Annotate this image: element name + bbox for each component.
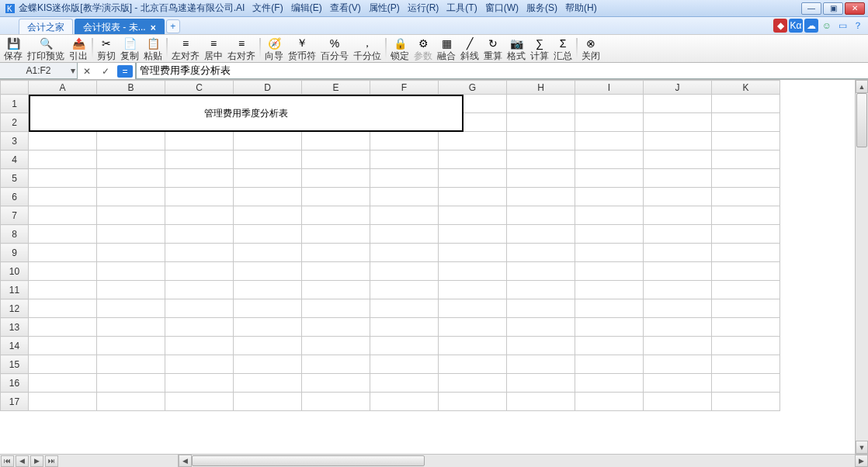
sheet-nav-first-icon[interactable]: ⏮	[1, 455, 14, 467]
cell-H12[interactable]	[507, 299, 575, 318]
cell-A9[interactable]	[29, 244, 97, 262]
cell-G9[interactable]	[439, 244, 507, 262]
close-button[interactable]: ✕	[845, 2, 865, 15]
cell-D12[interactable]	[234, 299, 302, 318]
cell-I11[interactable]	[575, 281, 644, 299]
toolbar-汇总-button[interactable]: Σ汇总	[551, 35, 575, 62]
row-header-13[interactable]: 13	[1, 318, 29, 337]
toolbar-融合-button[interactable]: ▦融合	[435, 35, 458, 62]
cell-J12[interactable]	[644, 299, 712, 318]
toolbar-右对齐-button[interactable]: ≡右对齐	[225, 35, 258, 62]
toolbar-居中-button[interactable]: ≡居中	[202, 35, 225, 62]
toolbar-剪切-button[interactable]: ✂剪切	[95, 35, 118, 62]
formula-confirm-button[interactable]: ✓	[96, 66, 115, 77]
cell-I8[interactable]	[575, 225, 644, 244]
toolbar-左对齐-button[interactable]: ≡左对齐	[169, 35, 202, 62]
cell-I7[interactable]	[575, 206, 644, 225]
cell-I3[interactable]	[575, 132, 644, 150]
toolbar-锁定-button[interactable]: 🔒锁定	[388, 35, 411, 62]
toolbar-关闭-button[interactable]: ⊗关闭	[579, 35, 602, 62]
scroll-up-icon[interactable]: ▲	[856, 80, 868, 93]
toolbar-复制-button[interactable]: 📄复制	[118, 35, 141, 62]
cell-J2[interactable]	[644, 113, 712, 132]
row-header-16[interactable]: 16	[1, 374, 29, 393]
cell-I1[interactable]	[575, 95, 644, 113]
cell-B11[interactable]	[97, 281, 165, 299]
cell-J10[interactable]	[644, 262, 712, 281]
cell-G2[interactable]	[439, 113, 507, 132]
scroll-down-icon[interactable]: ▼	[856, 441, 868, 454]
cell-G8[interactable]	[439, 225, 507, 244]
cell-F14[interactable]	[370, 337, 439, 355]
new-tab-button[interactable]: +	[166, 19, 180, 33]
cell-B4[interactable]	[97, 150, 165, 169]
tab-home[interactable]: 会计之家	[19, 19, 73, 34]
cell-G14[interactable]	[439, 337, 507, 355]
cell-F15[interactable]	[370, 355, 439, 374]
minimize-button[interactable]: —	[801, 2, 821, 15]
cell-G17[interactable]	[439, 393, 507, 411]
cell-A15[interactable]	[29, 355, 97, 374]
cell-E2[interactable]	[302, 113, 370, 132]
cell-F1[interactable]	[370, 95, 439, 113]
cell-I5[interactable]	[575, 169, 644, 188]
row-header-4[interactable]: 4	[1, 150, 29, 169]
col-header-B[interactable]: B	[97, 81, 165, 95]
scroll-right-icon[interactable]: ▶	[855, 455, 868, 467]
cell-B9[interactable]	[97, 244, 165, 262]
toolbar-引出-button[interactable]: 📤引出	[67, 35, 90, 62]
sheet-nav-last-icon[interactable]: ⏭	[45, 455, 58, 467]
cell-J15[interactable]	[644, 355, 712, 374]
row-header-17[interactable]: 17	[1, 393, 29, 411]
toolbar-重算-button[interactable]: ↻重算	[481, 35, 505, 62]
cell-D4[interactable]	[234, 150, 302, 169]
row-header-1[interactable]: 1	[1, 95, 29, 113]
cell-I13[interactable]	[575, 318, 644, 337]
cell-B8[interactable]	[97, 225, 165, 244]
toolbar-粘贴-button[interactable]: 📋粘贴	[141, 35, 165, 62]
cell-D15[interactable]	[234, 355, 302, 374]
cell-D11[interactable]	[234, 281, 302, 299]
cell-G6[interactable]	[439, 188, 507, 206]
cell-I12[interactable]	[575, 299, 644, 318]
vscroll-track[interactable]	[856, 93, 868, 441]
cell-J7[interactable]	[644, 206, 712, 225]
col-header-C[interactable]: C	[165, 81, 234, 95]
cell-C13[interactable]	[165, 318, 234, 337]
cell-G10[interactable]	[439, 262, 507, 281]
cell-K13[interactable]	[712, 318, 780, 337]
cell-B2[interactable]	[97, 113, 165, 132]
tab-close-icon[interactable]: ×	[151, 22, 156, 33]
cell-D8[interactable]	[234, 225, 302, 244]
name-box[interactable]: A1:F2 ▾	[0, 63, 78, 79]
tabbar-icon-1[interactable]: ◆	[773, 19, 787, 33]
cell-G7[interactable]	[439, 206, 507, 225]
cell-A13[interactable]	[29, 318, 97, 337]
cell-E4[interactable]	[302, 150, 370, 169]
cell-A2[interactable]	[29, 113, 97, 132]
cell-K14[interactable]	[712, 337, 780, 355]
cell-E14[interactable]	[302, 337, 370, 355]
cell-K10[interactable]	[712, 262, 780, 281]
cell-B15[interactable]	[97, 355, 165, 374]
cell-B6[interactable]	[97, 188, 165, 206]
tabbar-icon-help[interactable]: ？	[851, 19, 865, 33]
cell-K9[interactable]	[712, 244, 780, 262]
cell-G3[interactable]	[439, 132, 507, 150]
cell-H8[interactable]	[507, 225, 575, 244]
menu-window[interactable]: 窗口(W)	[482, 1, 522, 16]
scroll-left-icon[interactable]: ◀	[179, 455, 192, 467]
menu-property[interactable]: 属性(P)	[366, 1, 403, 16]
cell-F2[interactable]	[370, 113, 439, 132]
cell-B17[interactable]	[97, 393, 165, 411]
cell-K8[interactable]	[712, 225, 780, 244]
cell-C6[interactable]	[165, 188, 234, 206]
cell-D16[interactable]	[234, 374, 302, 393]
cell-C16[interactable]	[165, 374, 234, 393]
cell-E9[interactable]	[302, 244, 370, 262]
row-header-15[interactable]: 15	[1, 355, 29, 374]
cell-D17[interactable]	[234, 393, 302, 411]
cell-C15[interactable]	[165, 355, 234, 374]
menu-edit[interactable]: 编辑(E)	[288, 1, 325, 16]
row-header-9[interactable]: 9	[1, 244, 29, 262]
